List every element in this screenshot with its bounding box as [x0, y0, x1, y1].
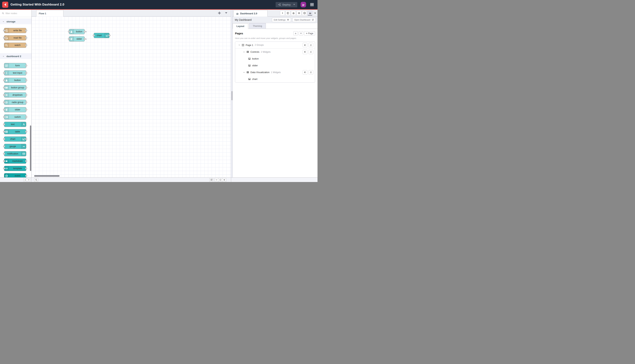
sidebar-tool-config[interactable] — [297, 11, 301, 16]
node-radio-group[interactable]: radio group — [4, 100, 26, 105]
output-port[interactable] — [25, 65, 27, 66]
input-port[interactable] — [3, 30, 5, 32]
flow-tab[interactable]: Flow 1 — [36, 10, 63, 16]
chevron-down-icon[interactable] — [238, 44, 240, 46]
input-port[interactable] — [3, 102, 5, 103]
canvas-vertical-scrollbar[interactable] — [232, 91, 232, 100]
input-port[interactable] — [3, 146, 5, 147]
visibility-toggle-button[interactable] — [303, 70, 307, 74]
output-port[interactable] — [25, 175, 27, 177]
node-gauge[interactable]: gauge — [4, 144, 26, 149]
collapse-all-button[interactable] — [293, 31, 298, 36]
input-port[interactable] — [3, 109, 5, 110]
node-table[interactable]: table — [4, 129, 26, 134]
output-port[interactable] — [25, 168, 27, 169]
output-port[interactable] — [25, 44, 27, 46]
output-port[interactable] — [25, 160, 27, 162]
deploy-button[interactable]: Deploy — [276, 2, 297, 7]
node-slider[interactable]: slider — [69, 36, 85, 42]
lock-toggle-button[interactable] — [309, 43, 313, 47]
flow-canvas[interactable]: buttonsliderchart — [32, 16, 231, 178]
output-port[interactable] — [25, 87, 27, 88]
output-port[interactable] — [25, 131, 27, 132]
node-text-input[interactable]: text input — [4, 70, 26, 76]
node-text[interactable]: text — [4, 122, 26, 127]
node-switch[interactable]: switch — [4, 114, 26, 120]
deploy-caret-icon[interactable] — [293, 4, 295, 5]
sidebar-tab-dashboard[interactable]: Dashboard 2.0 — [234, 10, 268, 16]
palette-category-header[interactable]: storage — [0, 19, 32, 24]
visibility-toggle-button[interactable] — [303, 50, 307, 54]
canvas-search-button[interactable] — [34, 178, 38, 182]
wire[interactable] — [86, 32, 87, 36]
output-port[interactable] — [25, 138, 27, 140]
expand-all-button[interactable] — [299, 31, 303, 36]
sidebar-tool-info[interactable] — [280, 11, 285, 16]
input-port[interactable] — [3, 160, 5, 162]
edit-settings-button[interactable]: Edit Settings — [272, 18, 291, 22]
input-port[interactable] — [3, 138, 5, 140]
node-button-group[interactable]: button group — [4, 85, 26, 90]
wire[interactable] — [86, 36, 87, 39]
lock-toggle-button[interactable] — [309, 70, 313, 74]
output-port[interactable] — [25, 94, 27, 96]
tree-row-slider[interactable]: slider — [235, 62, 315, 69]
visibility-toggle-button[interactable] — [303, 43, 307, 47]
node-button[interactable]: button — [69, 29, 85, 34]
input-port[interactable] — [3, 168, 5, 169]
output-port[interactable] — [25, 102, 27, 103]
node-template[interactable]: template — [4, 166, 26, 171]
zoom-in-button[interactable] — [222, 178, 226, 182]
node-chart[interactable]: chart — [94, 33, 110, 38]
user-avatar[interactable]: jp — [301, 2, 306, 7]
sidebar-tool-dashboard[interactable] — [308, 11, 312, 16]
tree-row-chart[interactable]: chart — [235, 76, 315, 82]
node-write-file[interactable]: write file — [4, 28, 26, 33]
zoom-out-button[interactable] — [215, 178, 219, 182]
node-dropdown[interactable]: dropdown — [4, 92, 26, 98]
node-notification[interactable]: notification — [4, 151, 26, 156]
add-page-button[interactable]: + Page — [304, 31, 315, 36]
canvas-vertical-scroll-track[interactable] — [231, 10, 233, 178]
output-port[interactable] — [25, 80, 27, 81]
palette-collapse-all-button[interactable] — [24, 178, 27, 182]
output-port[interactable] — [25, 30, 27, 32]
node-watch[interactable]: watch — [4, 42, 26, 48]
palette-expand-all-button[interactable] — [27, 178, 31, 182]
input-port[interactable] — [3, 153, 5, 155]
tree-row-data-visualization[interactable]: Data Visualization1 Widgets — [235, 69, 315, 76]
input-port[interactable] — [68, 31, 70, 32]
tree-row-page-1[interactable]: Page 12 Groups — [235, 42, 315, 48]
input-port[interactable] — [68, 38, 70, 40]
palette-scrollbar[interactable] — [30, 126, 31, 171]
tree-row-controls[interactable]: Controls2 Widgets — [235, 48, 315, 55]
tree-row-button[interactable]: button — [235, 55, 315, 62]
add-flow-button[interactable] — [217, 11, 221, 15]
lock-toggle-button[interactable] — [309, 50, 313, 54]
output-port[interactable] — [84, 31, 86, 32]
output-port[interactable] — [25, 109, 27, 110]
chevron-down-icon[interactable] — [243, 51, 245, 53]
flow-list-caret[interactable] — [225, 12, 227, 14]
node-button[interactable]: button — [4, 78, 26, 83]
canvas-horizontal-scrollbar[interactable] — [34, 175, 60, 177]
input-port[interactable] — [3, 87, 5, 88]
chevron-down-icon[interactable] — [243, 71, 245, 74]
input-port[interactable] — [3, 37, 5, 39]
node-slider[interactable]: slider — [4, 107, 26, 112]
output-port[interactable] — [108, 35, 111, 36]
input-port[interactable] — [3, 72, 5, 74]
input-port[interactable] — [3, 94, 5, 96]
tab-layout[interactable]: Layout — [233, 23, 248, 29]
sidebar-tools-caret[interactable] — [314, 13, 316, 14]
input-port[interactable] — [93, 35, 95, 36]
input-port[interactable] — [3, 124, 5, 125]
output-port[interactable] — [25, 37, 27, 39]
sidebar-tool-help[interactable] — [286, 11, 290, 16]
node-chart[interactable]: chart — [4, 136, 26, 142]
zoom-reset-button[interactable] — [219, 178, 222, 182]
sidebar-tool-context[interactable] — [302, 11, 307, 16]
output-port[interactable] — [84, 38, 86, 40]
output-port[interactable] — [25, 116, 27, 118]
input-port[interactable] — [3, 116, 5, 118]
